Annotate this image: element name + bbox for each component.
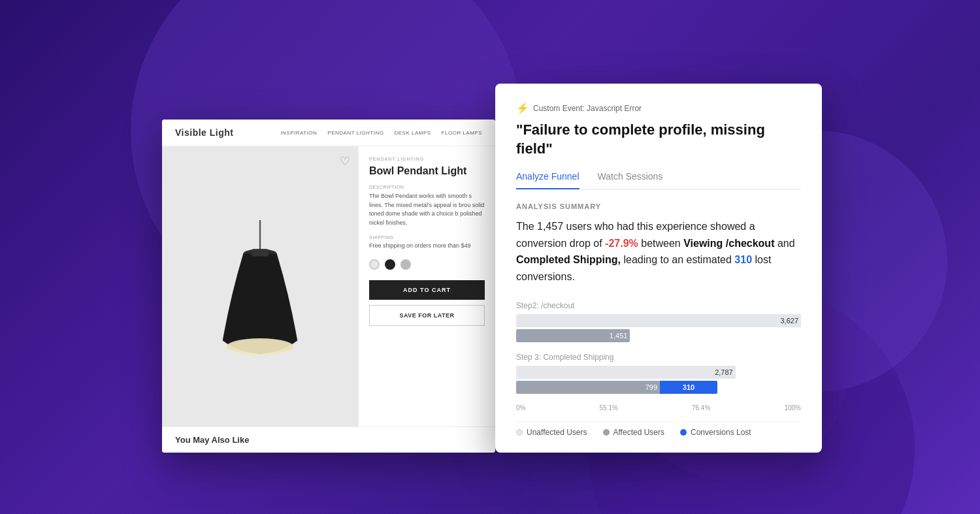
nav-pendant: PENDANT LIGHTING <box>327 130 384 136</box>
swatch-gray[interactable] <box>400 259 411 270</box>
product-category: PENDANT LIGHTING <box>369 157 485 161</box>
ecom-nav: INSPIRATION PENDANT LIGHTING DESK LAMPS … <box>280 130 482 136</box>
analysis-section-label: ANALYSIS SUMMARY <box>516 202 801 210</box>
step3-bar2-blue-value: 310 <box>683 383 694 391</box>
legend-conversions-dot <box>680 429 687 436</box>
also-like-bar: You May Also Like <box>162 426 495 453</box>
analysis-panel: ⚡ Custom Event: Javascript Error "Failur… <box>495 84 822 453</box>
lamp-image <box>201 220 319 377</box>
lost-conversions: 310 <box>734 254 752 265</box>
error-title: "Failure to complete profile, missing fi… <box>516 121 801 158</box>
step3-bar1-value: 2,787 <box>715 368 733 376</box>
nav-desk: DESK LAMPS <box>394 130 431 136</box>
svg-point-3 <box>226 340 293 352</box>
step2-bar1-value: 3,627 <box>780 317 798 325</box>
product-image-area: ♡ Reviews ★★★★☆ EXPAND + <box>162 146 358 450</box>
legend-unaffected: Unaffected Users <box>516 428 587 437</box>
ecommerce-panel: Visible Light INSPIRATION PENDANT LIGHTI… <box>162 120 495 453</box>
ecom-body: ♡ Reviews ★★★★☆ EXPAND + <box>162 146 495 450</box>
add-to-cart-button[interactable]: ADD TO CART <box>369 280 485 300</box>
nav-floor: FLOOR LAMPS <box>442 130 482 136</box>
color-swatches <box>369 259 485 270</box>
step3-label: Step 3: Completed Shipping <box>516 353 801 362</box>
step3-bar2-dark-value: 799 <box>645 383 657 391</box>
tab-analyze-funnel[interactable]: Analyze Funnel <box>516 171 580 189</box>
legend-conversions-lost: Conversions Lost <box>680 428 751 437</box>
legend-affected: Affected Users <box>603 428 664 437</box>
chart-step2: Step2: /checkout 3,627 1,451 <box>516 301 801 342</box>
shipping-text: Free shipping on orders more than $49 <box>369 242 485 249</box>
chart-step3: Step 3: Completed Shipping 2,787 799 310 <box>516 353 801 394</box>
desc-label: DESCRIPTION <box>369 185 485 189</box>
swatch-black[interactable] <box>385 259 395 270</box>
save-for-later-button[interactable]: SAVE FOR LATER <box>369 305 485 326</box>
step-to: Completed Shipping, <box>516 254 621 265</box>
svg-rect-4 <box>252 249 269 256</box>
shipping-label: SHIPPING <box>369 235 485 240</box>
step2-label: Step2: /checkout <box>516 301 801 310</box>
analysis-summary-text: The 1,457 users who had this experience … <box>516 218 801 285</box>
axis-100: 100% <box>784 404 801 411</box>
step-from: Viewing /checkout <box>683 238 774 249</box>
product-description: The Bowl Pendant works with smooth s lin… <box>369 192 485 227</box>
event-label: Custom Event: Javascript Error <box>533 104 642 113</box>
legend-unaffected-label: Unaffected Users <box>527 428 587 437</box>
event-badge: ⚡ Custom Event: Javascript Error <box>516 102 801 114</box>
axis-0: 0% <box>516 404 525 411</box>
tab-bar: Analyze Funnel Watch Sessions <box>516 171 801 189</box>
ecom-logo: Visible Light <box>175 127 233 138</box>
product-title: Bowl Pendant Light <box>369 165 485 177</box>
step2-bar2-value: 1,451 <box>610 332 628 340</box>
wishlist-icon[interactable]: ♡ <box>340 154 350 169</box>
axis-labels: 0% 55.1% 76.4% 100% <box>516 404 801 411</box>
axis-55: 55.1% <box>600 404 618 411</box>
product-info: PENDANT LIGHTING Bowl Pendant Light DESC… <box>358 146 495 450</box>
legend-unaffected-dot <box>516 429 523 436</box>
user-count: 1,457 <box>537 221 563 232</box>
chart-legend: Unaffected Users Affected Users Conversi… <box>516 422 801 437</box>
tab-watch-sessions[interactable]: Watch Sessions <box>598 171 663 189</box>
ecom-header: Visible Light INSPIRATION PENDANT LIGHTI… <box>162 120 495 146</box>
step3-bar1: 2,787 <box>516 366 801 379</box>
axis-76: 76.4% <box>692 404 710 411</box>
step3-bar2: 799 310 <box>516 381 801 394</box>
conversion-drop: -27.9% <box>605 238 638 249</box>
swatch-white[interactable] <box>369 259 380 270</box>
legend-affected-label: Affected Users <box>613 428 664 437</box>
legend-affected-dot <box>603 429 610 436</box>
nav-inspiration: INSPIRATION <box>280 130 317 136</box>
step2-bar2: 1,451 <box>516 329 801 342</box>
legend-conversions-label: Conversions Lost <box>691 428 751 437</box>
funnel-chart: Step2: /checkout 3,627 1,451 Step 3: Com… <box>516 301 801 411</box>
bolt-icon: ⚡ <box>516 102 529 114</box>
step2-bar1: 3,627 <box>516 314 801 327</box>
